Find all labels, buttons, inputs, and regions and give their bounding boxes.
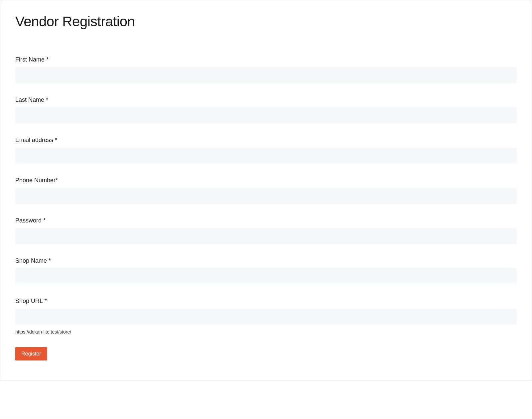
phone-input[interactable] — [15, 188, 517, 204]
phone-label: Phone Number* — [15, 177, 517, 184]
password-group: Password * — [15, 217, 517, 244]
email-label: Email address * — [15, 137, 517, 144]
last-name-group: Last Name * — [15, 96, 517, 123]
shop-url-group: Shop URL * https://dokan-lite.test/store… — [15, 298, 517, 335]
first-name-group: First Name * — [15, 56, 517, 83]
registration-container: Vendor Registration First Name * Last Na… — [0, 0, 532, 381]
shop-url-input[interactable] — [15, 309, 517, 325]
shop-url-label: Shop URL * — [15, 298, 517, 305]
shop-name-label: Shop Name * — [15, 257, 517, 264]
email-input[interactable] — [15, 148, 517, 164]
shop-url-helper: https://dokan-lite.test/store/ — [15, 329, 517, 335]
register-button[interactable]: Register — [15, 347, 47, 360]
password-label: Password * — [15, 217, 517, 224]
last-name-input[interactable] — [15, 107, 517, 123]
first-name-label: First Name * — [15, 56, 517, 63]
password-input[interactable] — [15, 228, 517, 244]
page-title: Vendor Registration — [15, 14, 517, 30]
vendor-registration-form: First Name * Last Name * Email address *… — [15, 56, 517, 360]
shop-name-input[interactable] — [15, 268, 517, 284]
email-group: Email address * — [15, 137, 517, 164]
first-name-input[interactable] — [15, 67, 517, 83]
last-name-label: Last Name * — [15, 96, 517, 103]
phone-group: Phone Number* — [15, 177, 517, 204]
shop-name-group: Shop Name * — [15, 257, 517, 284]
